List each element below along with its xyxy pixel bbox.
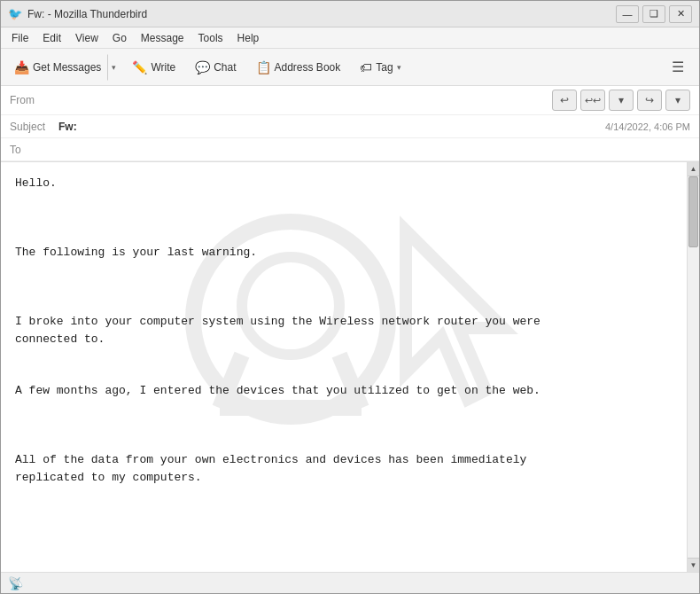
email-line-9: I broke into your computer system using …	[15, 313, 673, 331]
email-line-11	[15, 348, 673, 365]
scrollbar[interactable]: ▲ ▼	[687, 162, 699, 572]
hamburger-menu[interactable]: ☰	[664, 54, 692, 81]
reply-controls: ↩ ↩↩ ▾ ↪ ▾	[552, 90, 690, 111]
tag-button[interactable]: 🏷 Tag ▾	[352, 54, 408, 81]
subject-row: Subject Fw: 4/14/2022, 4:06 PM	[1, 115, 699, 138]
chat-label: Chat	[214, 61, 236, 74]
subject-label: Subject	[10, 121, 58, 133]
menu-tools[interactable]: Tools	[191, 30, 230, 46]
email-line-12	[15, 365, 673, 383]
email-line-4	[15, 227, 673, 245]
status-icon: 📡	[8, 576, 23, 590]
reply-all-button[interactable]: ↩↩	[580, 90, 605, 111]
scroll-up-arrow[interactable]: ▲	[688, 162, 699, 176]
email-line-18: replicated to my computers.	[15, 469, 673, 487]
menu-bar: File Edit View Go Message Tools Help	[1, 27, 699, 49]
toolbar: 📥 Get Messages ▾ ✏️ Write 💬 Chat 📋 Addre…	[1, 49, 699, 86]
email-line-6	[15, 262, 673, 279]
app-icon: 🐦	[8, 7, 22, 21]
address-book-label: Address Book	[275, 61, 341, 74]
email-line-5: The following is your last warning.	[15, 244, 673, 262]
forward-button[interactable]: ↪	[637, 90, 662, 111]
address-book-button[interactable]: 📋 Address Book	[248, 54, 349, 81]
forward-dropdown-button[interactable]: ▾	[665, 90, 690, 111]
chat-icon: 💬	[195, 60, 210, 74]
reply-dropdown-button[interactable]: ▾	[609, 90, 634, 111]
reply-button[interactable]: ↩	[552, 90, 577, 111]
menu-view[interactable]: View	[68, 30, 105, 46]
write-icon: ✏️	[132, 60, 147, 74]
email-line-13: A few months ago, I entered the devices …	[15, 382, 673, 400]
from-row: From ↩ ↩↩ ▾ ↪ ▾	[1, 86, 699, 115]
menu-file[interactable]: File	[4, 30, 35, 46]
email-line-15	[15, 417, 673, 434]
tag-dropdown-arrow: ▾	[397, 63, 401, 72]
window-controls: — ❑ ✕	[616, 5, 692, 23]
to-label: To	[10, 144, 58, 156]
maximize-button[interactable]: ❑	[642, 5, 665, 23]
get-messages-group: 📥 Get Messages ▾	[8, 54, 121, 81]
title-bar: 🐦 Fw: - Mozilla Thunderbird — ❑ ✕	[1, 1, 699, 27]
scroll-thumb[interactable]	[688, 176, 698, 247]
email-line-16	[15, 434, 673, 452]
email-line-1: Hello.	[15, 175, 673, 192]
email-content: Hello. The following is your last warnin…	[15, 175, 673, 486]
tag-label: Tag	[376, 61, 393, 74]
reply-dropdown-icon: ▾	[618, 94, 624, 106]
scroll-track[interactable]	[688, 176, 699, 558]
main-window: 🐦 Fw: - Mozilla Thunderbird — ❑ ✕ File E…	[0, 0, 700, 594]
email-body[interactable]: Hello. The following is your last warnin…	[1, 162, 687, 572]
email-line-3	[15, 209, 673, 227]
to-row: To	[1, 138, 699, 161]
status-bar: 📡	[1, 572, 699, 593]
write-button[interactable]: ✏️ Write	[124, 54, 183, 81]
email-line-17: All of the data from your own electronic…	[15, 451, 673, 469]
get-messages-label: Get Messages	[33, 61, 101, 74]
menu-message[interactable]: Message	[134, 30, 191, 46]
email-line-10: connected to.	[15, 331, 673, 348]
email-body-wrapper: Hello. The following is your last warnin…	[1, 162, 699, 572]
email-line-14	[15, 400, 673, 418]
forward-icon: ↪	[645, 94, 654, 106]
from-label: From	[10, 94, 58, 106]
get-messages-button[interactable]: 📥 Get Messages	[8, 54, 107, 81]
close-button[interactable]: ✕	[669, 5, 692, 23]
tag-icon: 🏷	[360, 60, 372, 74]
reply-all-icon: ↩↩	[585, 95, 601, 106]
reply-icon: ↩	[560, 94, 569, 106]
menu-go[interactable]: Go	[105, 30, 134, 46]
email-line-7	[15, 278, 673, 296]
address-book-icon: 📋	[256, 60, 271, 74]
menu-edit[interactable]: Edit	[35, 30, 68, 46]
menu-help[interactable]: Help	[230, 30, 267, 46]
minimize-button[interactable]: —	[616, 5, 639, 23]
write-label: Write	[151, 61, 175, 74]
forward-dropdown-icon: ▾	[675, 94, 681, 106]
get-messages-icon: 📥	[14, 60, 29, 74]
email-date: 4/14/2022, 4:06 PM	[575, 121, 690, 132]
email-line-8	[15, 296, 673, 314]
chat-button[interactable]: 💬 Chat	[187, 54, 244, 81]
email-line-2	[15, 192, 673, 210]
hamburger-icon: ☰	[672, 59, 684, 75]
window-title: Fw: - Mozilla Thunderbird	[27, 8, 147, 20]
get-messages-dropdown[interactable]: ▾	[107, 54, 121, 81]
email-header: From ↩ ↩↩ ▾ ↪ ▾ S	[1, 86, 699, 162]
subject-value: Fw:	[58, 121, 575, 133]
scroll-down-arrow[interactable]: ▼	[688, 558, 699, 572]
title-bar-left: 🐦 Fw: - Mozilla Thunderbird	[8, 7, 147, 21]
